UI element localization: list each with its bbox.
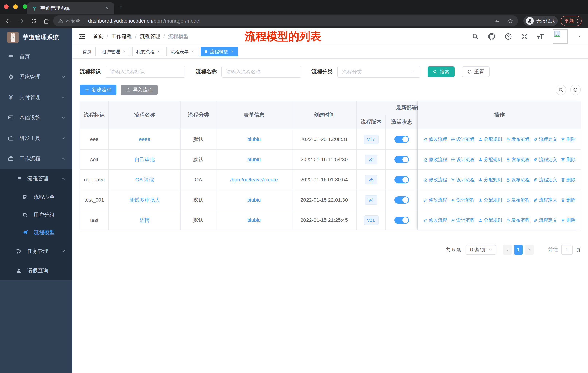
process-name-input[interactable] <box>221 66 301 78</box>
font-size-icon[interactable]: TT <box>537 33 544 40</box>
breadcrumb-workflow[interactable]: 工作流程 <box>111 33 132 40</box>
row-action-delete[interactable]: 删除 <box>561 217 576 223</box>
minimize-window-button[interactable] <box>13 4 18 9</box>
sidebar-item-leave-query[interactable]: 请假查询 <box>0 261 72 280</box>
row-action-design[interactable]: 设计流程 <box>451 197 475 203</box>
form-info-link[interactable]: /bpm/oa/leave/create <box>230 177 278 182</box>
row-action-edit[interactable]: 修改流程 <box>423 156 447 162</box>
row-action-definition[interactable]: 流程定义 <box>533 177 557 183</box>
row-action-design[interactable]: 设计流程 <box>451 217 475 223</box>
avatar-caret-down-icon[interactable] <box>578 34 582 39</box>
row-action-assign-rule[interactable]: 分配规则 <box>478 156 502 162</box>
github-icon[interactable] <box>488 32 496 40</box>
help-icon[interactable] <box>504 33 512 40</box>
row-action-publish[interactable]: 发布流程 <box>506 217 530 223</box>
status-toggle[interactable] <box>394 196 409 204</box>
reset-button[interactable]: 重置 <box>462 67 490 77</box>
row-action-delete[interactable]: 删除 <box>561 156 576 162</box>
sidebar-item-system[interactable]: 系统管理 <box>0 67 72 87</box>
row-action-delete[interactable]: 删除 <box>561 177 576 183</box>
tag-home[interactable]: 首页 <box>79 47 96 56</box>
tag-process-form[interactable]: 流程表单 <box>166 47 199 56</box>
process-name-link[interactable]: OA 请假 <box>135 177 154 182</box>
tag-close-icon[interactable] <box>191 50 194 53</box>
chrome-update-button[interactable]: 更新 <box>561 16 582 26</box>
page-size-select[interactable]: 10条/页 <box>466 245 496 255</box>
row-action-delete[interactable]: 删除 <box>561 197 576 203</box>
status-toggle[interactable] <box>394 156 409 163</box>
browser-tab[interactable]: 芋道管理系统 <box>27 2 114 14</box>
prev-page-button[interactable] <box>503 245 512 255</box>
show-search-button[interactable] <box>556 84 566 95</box>
status-toggle[interactable] <box>394 217 409 224</box>
sidebar-item-process-model[interactable]: 流程模型 <box>0 224 72 241</box>
tab-close-icon[interactable] <box>105 6 109 10</box>
tag-close-icon[interactable] <box>157 50 160 53</box>
new-tab-button[interactable] <box>118 4 124 10</box>
row-action-assign-rule[interactable]: 分配规则 <box>478 217 502 223</box>
fullscreen-icon[interactable] <box>521 33 528 40</box>
zoom-window-button[interactable] <box>23 4 27 9</box>
sidebar-item-user-group[interactable]: 用户分组 <box>0 206 72 224</box>
process-name-link[interactable]: 滔博 <box>140 217 150 223</box>
process-id-input[interactable] <box>105 66 185 78</box>
row-action-assign-rule[interactable]: 分配规则 <box>478 136 502 142</box>
row-action-definition[interactable]: 流程定义 <box>533 217 557 223</box>
sidebar-item-infrastructure[interactable]: 基础设施 <box>0 108 72 128</box>
reload-icon[interactable] <box>31 18 37 24</box>
process-name-link[interactable]: 自己审批 <box>135 157 155 162</box>
form-info-link[interactable]: biubiu <box>247 136 261 142</box>
sidebar-item-process-form[interactable]: 流程表单 <box>0 188 72 206</box>
sidebar-collapse-icon[interactable] <box>79 33 86 40</box>
avatar[interactable] <box>553 29 567 43</box>
row-action-publish[interactable]: 发布流程 <box>506 197 530 203</box>
sidebar-item-workflow[interactable]: 工作流程 <box>0 148 72 169</box>
next-page-button[interactable] <box>525 245 534 255</box>
close-window-button[interactable] <box>4 4 9 9</box>
row-action-definition[interactable]: 流程定义 <box>533 156 557 162</box>
tag-close-icon[interactable] <box>123 50 126 53</box>
sidebar-item-task-management[interactable]: 任务管理 <box>0 241 72 261</box>
create-process-button[interactable]: 新建流程 <box>80 84 116 95</box>
row-action-design[interactable]: 设计流程 <box>451 177 475 183</box>
page-number-current[interactable]: 1 <box>514 245 523 255</box>
status-toggle[interactable] <box>394 136 409 143</box>
breadcrumb-process-management[interactable]: 流程管理 <box>140 33 160 40</box>
breadcrumb-home[interactable]: 首页 <box>93 33 103 40</box>
process-name-link[interactable]: 测试多审批人 <box>129 197 160 203</box>
form-info-link[interactable]: biubiu <box>247 157 261 162</box>
row-action-publish[interactable]: 发布流程 <box>506 156 530 162</box>
url-bar[interactable]: 不安全 dashboard.yudao.iocoder.cn/bpm/manag… <box>53 15 518 26</box>
row-action-design[interactable]: 设计流程 <box>451 136 475 142</box>
row-action-edit[interactable]: 修改流程 <box>423 217 447 223</box>
sidebar-item-payment[interactable]: ¥ 支付管理 <box>0 87 72 108</box>
sidebar-item-devtools[interactable]: 研发工具 <box>0 128 72 148</box>
back-icon[interactable] <box>5 18 12 24</box>
row-action-publish[interactable]: 发布流程 <box>506 136 530 142</box>
window-controls[interactable] <box>4 4 27 9</box>
row-action-assign-rule[interactable]: 分配规则 <box>478 177 502 183</box>
tag-tenant[interactable]: 租户管理 <box>98 47 130 56</box>
status-toggle[interactable] <box>394 176 409 183</box>
row-action-edit[interactable]: 修改流程 <box>423 177 447 183</box>
process-name-link[interactable]: eeee <box>139 136 150 142</box>
row-action-publish[interactable]: 发布流程 <box>506 177 530 183</box>
row-action-edit[interactable]: 修改流程 <box>423 197 447 203</box>
row-action-definition[interactable]: 流程定义 <box>533 136 557 142</box>
row-action-delete[interactable]: 删除 <box>561 136 576 142</box>
form-info-link[interactable]: biubiu <box>247 217 261 223</box>
row-action-design[interactable]: 设计流程 <box>451 156 475 162</box>
row-action-definition[interactable]: 流程定义 <box>533 197 557 203</box>
form-info-link[interactable]: biubiu <box>247 197 261 203</box>
home-icon[interactable] <box>43 18 50 24</box>
forward-icon[interactable] <box>18 18 24 24</box>
refresh-table-button[interactable] <box>570 84 581 95</box>
tag-process-model[interactable]: 流程模型 <box>201 47 238 56</box>
sidebar-item-home[interactable]: 首页 <box>0 46 72 67</box>
sidebar-item-process-management[interactable]: 流程管理 <box>0 169 72 188</box>
row-action-assign-rule[interactable]: 分配规则 <box>478 197 502 203</box>
bookmark-star-icon[interactable] <box>507 18 513 24</box>
tag-my-process[interactable]: 我的流程 <box>132 47 164 56</box>
import-process-button[interactable]: 导入流程 <box>121 84 158 95</box>
tag-close-icon[interactable] <box>231 50 234 53</box>
